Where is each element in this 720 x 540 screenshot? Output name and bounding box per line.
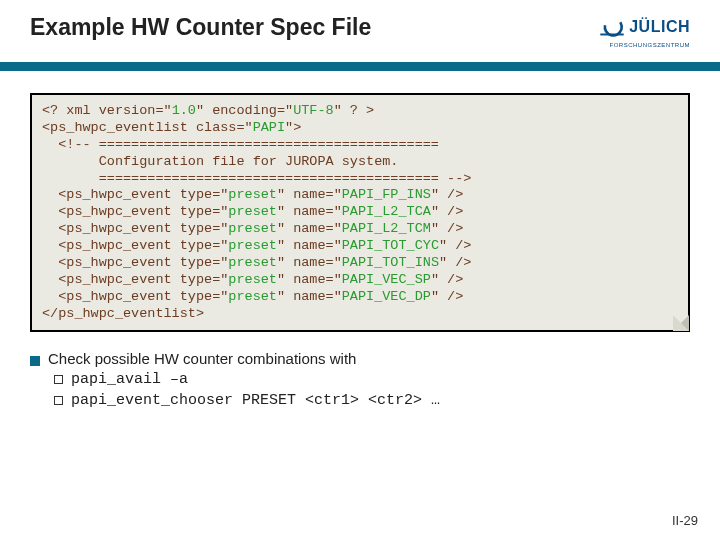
accent-band xyxy=(0,62,720,71)
brand-logo: JÜLICH FORSCHUNGSZENTRUM xyxy=(599,14,690,48)
code-block: <? xml version="1.0" encoding="UTF-8" ? … xyxy=(30,93,690,332)
slide-title: Example HW Counter Spec File xyxy=(30,14,371,41)
square-bullet-icon xyxy=(30,356,40,366)
sub-bullet-item: papi_event_chooser PRESET <ctr1> <ctr2> … xyxy=(54,390,690,409)
brand-subtext: FORSCHUNGSZENTRUM xyxy=(610,42,691,48)
command-text: papi_avail xyxy=(71,371,161,388)
brand-name: JÜLICH xyxy=(629,18,690,36)
bullet-item: Check possible HW counter combinations w… xyxy=(30,350,690,367)
square-open-bullet-icon xyxy=(54,396,63,405)
bullet-list: Check possible HW counter combinations w… xyxy=(30,350,690,409)
svg-rect-1 xyxy=(601,34,624,36)
bullet-text: Check possible HW counter combinations w… xyxy=(48,350,356,367)
page-number: II-29 xyxy=(672,513,698,528)
sub-bullet-item: papi_avail –a xyxy=(54,369,690,388)
square-open-bullet-icon xyxy=(54,375,63,384)
command-text: papi_event_chooser xyxy=(71,392,233,409)
julich-logo-icon xyxy=(599,14,625,40)
